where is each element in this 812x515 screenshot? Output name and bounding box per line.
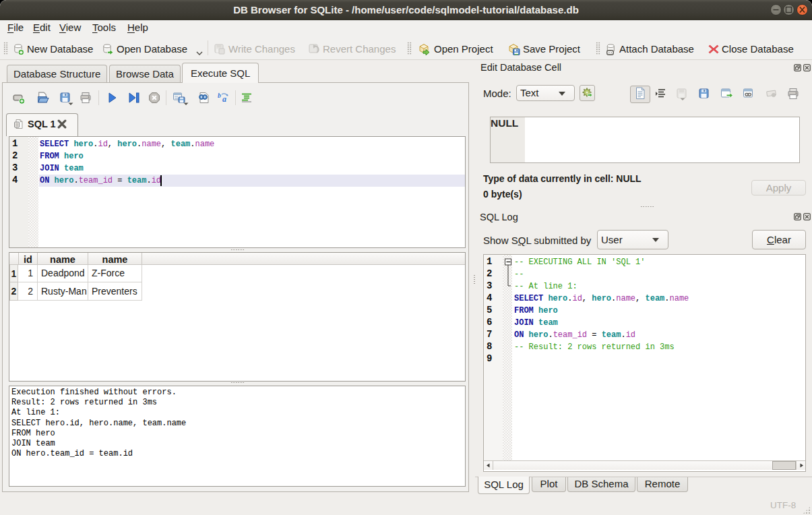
svg-text:b: b (218, 92, 221, 99)
svg-text:a: a (222, 94, 226, 104)
